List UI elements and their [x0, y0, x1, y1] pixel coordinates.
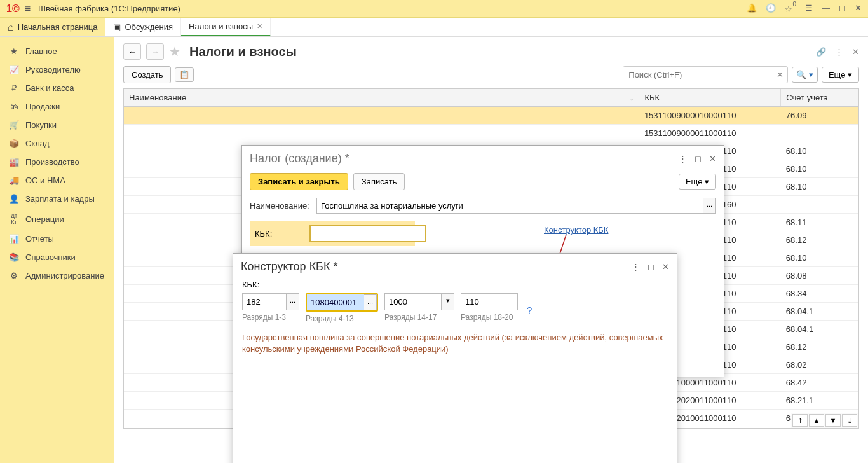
- close-app-icon[interactable]: ✕: [855, 3, 862, 14]
- history-icon[interactable]: 🕘: [766, 3, 776, 14]
- kbk-part2-label: Разряды 4-13: [306, 314, 378, 323]
- tabbar: Начальная страница ▣ Обсуждения Налоги и…: [0, 18, 868, 37]
- dialog2-options-icon[interactable]: ⋮: [632, 262, 640, 272]
- tab-discussions[interactable]: ▣ Обсуждения: [105, 18, 181, 36]
- sidebar-item-warehouse[interactable]: 📦Склад: [0, 134, 114, 153]
- col-acct[interactable]: Счет учета: [781, 89, 858, 107]
- table-row[interactable]: 1531100900001000011076.09: [124, 107, 858, 125]
- hamburger-icon[interactable]: ≡: [25, 3, 31, 15]
- table-nav-down[interactable]: ▼: [825, 414, 841, 427]
- kbk-part2-input[interactable]: [307, 294, 364, 310]
- minimize-icon[interactable]: —: [822, 3, 830, 14]
- name-label: Наименование:: [250, 201, 313, 211]
- name-field[interactable]: [316, 198, 703, 214]
- name-picker-button[interactable]: ...: [703, 198, 716, 214]
- sidebar-item-production[interactable]: 🏭Производство: [0, 153, 114, 171]
- kbk-part3-label: Разряды 14-17: [384, 313, 454, 322]
- content: ← → ★ Налоги и взносы 🔗 ⋮ ✕ Создать 📋 ✕ …: [114, 37, 868, 463]
- star-icon: ★: [9, 46, 19, 56]
- create-button[interactable]: Создать: [123, 66, 171, 83]
- discussions-icon: ▣: [113, 22, 121, 32]
- bar-chart-icon: 📊: [9, 234, 19, 244]
- page-header: ← → ★ Налоги и взносы 🔗 ⋮ ✕: [114, 37, 868, 64]
- close-tab-icon[interactable]: ✕: [257, 22, 262, 31]
- sidebar-item-admin[interactable]: ⚙Администрирование: [0, 266, 114, 285]
- bag-icon: 🛍: [9, 102, 19, 111]
- search-input[interactable]: [623, 67, 773, 83]
- save-close-button[interactable]: Записать и закрыть: [250, 173, 348, 190]
- sidebar-item-assets[interactable]: 🚚ОС и НМА: [0, 171, 114, 190]
- table-row[interactable]: 15311009000011000110: [124, 125, 858, 142]
- dialog2-maximize-icon[interactable]: ◻: [648, 262, 654, 272]
- sidebar-item-bank[interactable]: ₽Банк и касса: [0, 79, 114, 97]
- col-kbk[interactable]: КБК: [639, 89, 781, 107]
- dialog-options-icon[interactable]: ⋮: [679, 154, 687, 163]
- kbk-part3-dropdown[interactable]: ▾: [442, 293, 454, 310]
- sidebar-item-manager[interactable]: 📈Руководителю: [0, 60, 114, 79]
- close-page-icon[interactable]: ✕: [852, 47, 859, 57]
- app-title: Швейная фабрика (1С:Предприятие): [38, 4, 747, 13]
- titlebar: 1© ≡ Швейная фабрика (1С:Предприятие) 🔔 …: [0, 0, 868, 18]
- box-icon: 📦: [9, 139, 19, 148]
- sidebar-item-reports[interactable]: 📊Отчеты: [0, 230, 114, 248]
- dialog-maximize-icon[interactable]: ◻: [695, 154, 702, 163]
- chart-up-icon: 📈: [9, 65, 19, 74]
- sidebar-item-main[interactable]: ★Главное: [0, 42, 114, 60]
- link-icon[interactable]: 🔗: [816, 47, 826, 57]
- kbk-part2-picker[interactable]: ...: [364, 294, 377, 310]
- maximize-icon[interactable]: ◻: [839, 3, 846, 14]
- page-title: Налоги и взносы: [189, 45, 297, 59]
- clear-search-icon[interactable]: ✕: [773, 70, 787, 79]
- sidebar-item-hr[interactable]: 👤Зарплата и кадры: [0, 190, 114, 208]
- copy-button[interactable]: 📋: [175, 67, 194, 82]
- favorite-star-icon[interactable]: ★: [169, 44, 180, 59]
- tab-discussions-label: Обсуждения: [125, 22, 173, 32]
- kebab-icon[interactable]: ⋮: [835, 47, 843, 57]
- sidebar-item-purchases[interactable]: 🛒Покупки: [0, 116, 114, 134]
- toolbar: Создать 📋 ✕ 🔍 ▾ Еще ▾: [114, 64, 868, 88]
- cart-icon: 🛒: [9, 120, 19, 130]
- factory-icon: 🏭: [9, 157, 19, 167]
- kbk-part1-picker[interactable]: ...: [287, 293, 299, 310]
- truck-icon: 🚚: [9, 176, 19, 185]
- filter-icon[interactable]: ☰: [805, 3, 813, 14]
- dialog-kbk-constructor: Конструктор КБК * ⋮ ◻ ✕ КБК: ... Разряды…: [233, 253, 677, 463]
- table-nav: ⤒ ▲ ▼ ⤓: [791, 413, 858, 428]
- save-button[interactable]: Записать: [353, 173, 405, 190]
- sidebar-item-catalogs[interactable]: 📚Справочники: [0, 248, 114, 266]
- search-box[interactable]: ✕: [623, 66, 788, 83]
- dialog2-close-icon[interactable]: ✕: [662, 262, 669, 272]
- home-icon: [8, 22, 14, 33]
- table-nav-up[interactable]: ▲: [809, 414, 824, 427]
- table-nav-bottom[interactable]: ⤓: [842, 414, 857, 427]
- bell-icon[interactable]: 🔔: [747, 3, 757, 14]
- books-icon: 📚: [9, 252, 19, 262]
- help-icon[interactable]: ?: [527, 305, 532, 315]
- table-nav-top[interactable]: ⤒: [792, 414, 808, 427]
- kbk-part1-input[interactable]: [242, 293, 287, 310]
- dialog-close-icon[interactable]: ✕: [709, 154, 716, 163]
- tab-home[interactable]: Начальная страница: [0, 18, 105, 36]
- kbk-constructor-link[interactable]: Конструктор КБК: [544, 225, 608, 235]
- sidebar-item-operations[interactable]: ДтКтОперации: [0, 208, 114, 230]
- person-icon: 👤: [9, 194, 19, 204]
- sidebar-item-sales[interactable]: 🛍Продажи: [0, 97, 114, 116]
- nav-forward-button[interactable]: →: [146, 43, 164, 60]
- kbk-label: КБК:: [255, 229, 302, 238]
- kbk-part3-input[interactable]: [384, 293, 442, 310]
- kbk-part4-input[interactable]: [461, 293, 518, 310]
- search-dropdown-button[interactable]: 🔍 ▾: [792, 67, 818, 83]
- kbk-part4-label: Разряды 18-20: [461, 313, 518, 322]
- ruble-icon: ₽: [9, 83, 19, 93]
- more-button[interactable]: Еще ▾: [822, 67, 859, 83]
- nav-back-button[interactable]: ←: [123, 43, 141, 60]
- tab-taxes[interactable]: Налоги и взносы ✕: [181, 18, 271, 36]
- app-logo: 1©: [6, 3, 20, 15]
- dialog2-title: Конструктор КБК *: [241, 260, 337, 273]
- kbk-field[interactable]: [309, 225, 426, 242]
- favorites-icon[interactable]: ☆0: [785, 3, 796, 14]
- sidebar: ★Главное 📈Руководителю ₽Банк и касса 🛍Пр…: [0, 37, 114, 463]
- kbk-description: Государственная пошлина за совершение но…: [233, 327, 677, 360]
- col-name[interactable]: Наименование: [124, 89, 639, 107]
- dialog-more-button[interactable]: Еще ▾: [679, 174, 716, 190]
